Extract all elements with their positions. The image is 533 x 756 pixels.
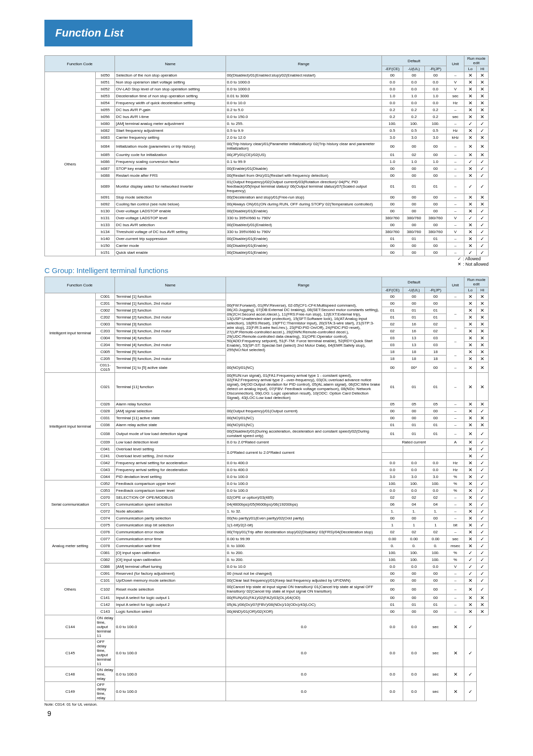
table-row: C101Up/Down memory mode selection00(Clea…	[45, 577, 489, 584]
table-row: C011-C015Terminal [1] to [5] active stat…	[45, 362, 489, 373]
table-row: C141Input A select for logic output 100(…	[45, 595, 489, 601]
table-row: b131Over-voltage LADSTOP level330 to 395…	[45, 215, 489, 222]
table-row: b084Initialization mode (parameters or t…	[45, 141, 489, 152]
table-row: C077Communication error time0.00 to 99.9…	[45, 536, 489, 543]
table-row: b091Stop mode selection00(Deceleration a…	[45, 194, 489, 201]
table-row: b085Country code for initialization00(JP…	[45, 152, 489, 159]
table-row: b140Over-current trip suppression00(Disa…	[45, 236, 489, 242]
table-row: C072Node allocation1. to 32.1.1.1.–✕✓	[45, 508, 489, 515]
table-row: b083Carrier frequency setting2.0 to 12.0…	[45, 134, 489, 141]
table-row: b088Restart mode after FRS00(Restart fro…	[45, 172, 489, 179]
table-row: C081[O] input span calibration0. to 200.…	[45, 550, 489, 557]
table-row: C082[OI] input span calibration0. to 200…	[45, 557, 489, 563]
table-row: C036Alarm relay active state00(NO)/01(NC…	[45, 422, 489, 429]
table-row: b150Carrier mode00(Disable)/01(Enable)00…	[45, 242, 489, 249]
footnote: Note: C014: 01 for UL version.	[44, 702, 489, 707]
table-row: C028[AM] signal selection00(Output frequ…	[45, 408, 489, 415]
h-lo: Lo	[464, 66, 476, 72]
table-row: b087STOP key enable00(Enable)/01(Disable…	[45, 165, 489, 172]
table-row: Serial communicationC052Feedback compari…	[45, 480, 489, 487]
table-row: C075Communication stop bit selection1(1-…	[45, 522, 489, 529]
page-number: 9	[47, 710, 489, 717]
table-row: Analog meter settingC076Communication er…	[45, 529, 489, 536]
table-row: C074Communication parity selection00(No …	[45, 515, 489, 522]
page-title: Function List	[44, 20, 192, 46]
table-row: C143Logic function select00(AND)/01(OR)/…	[45, 608, 489, 615]
table-row: b082Start frequency adjustment0.5 to 9.9…	[45, 127, 489, 134]
table-row: C148ON delay time, relay0.0 to 100.00.00…	[45, 667, 489, 682]
table-row: C039Low load detection level0.0 to 2.0*R…	[45, 439, 489, 446]
h-runmode: Run mode edit	[464, 56, 489, 66]
table-row: C044PID deviation level setting0.0 to 10…	[45, 474, 489, 480]
table-row: b092Cooling fan control (see note below)…	[45, 201, 489, 208]
table-row: Intelligent input terminalC021Terminal […	[45, 373, 489, 401]
h-hi: Hi	[476, 66, 488, 72]
table-row: b134Threshold voltage of DC bus AVR sett…	[45, 229, 489, 236]
table-row: b056DC bus AVR I-time0.0 to 150.00.20.20…	[45, 114, 489, 120]
h-d1: -EF(CE)	[381, 66, 403, 72]
table-row: C144ON delay time, output terminal 110.0…	[45, 615, 489, 639]
table-row: b133DC bus AVR selection00(Disabled)/01(…	[45, 222, 489, 229]
group-c-title: C Group: Intelligent terminal functions	[44, 266, 168, 275]
table-row: C041Overload level setting0.0*Rated curr…	[45, 446, 489, 453]
table-row: C091Reserved (for factory adjustment)00 …	[45, 570, 489, 577]
table-row: C070SELECTION OF OPE/MODBUS02(OPE or opt…	[45, 494, 489, 501]
table-row: b080[AM] terminal analog meter adjustmen…	[45, 120, 489, 127]
table-row: b051Non stop operarion start voltage set…	[45, 79, 489, 86]
table-row: b055DC bus AVR P-gain0.2 to 5.00.20.20.2…	[45, 107, 489, 114]
table-row: OthersC086[AM] terminal offset tuning0.0…	[45, 563, 489, 570]
table-row: C149OFF delay time, relay0.0 to 100.00.0…	[45, 682, 489, 701]
table-row: C038Output mode of low load detection si…	[45, 429, 489, 439]
table-row: C078Communication wait time0. to 1000.0.…	[45, 543, 489, 550]
h-d3: -R(JP)	[425, 66, 447, 72]
h-d2: -U(UL)	[403, 66, 425, 72]
h-unit: Unit	[446, 56, 464, 72]
legend: ✓ : Allowed ✕ : Not allowed	[457, 256, 489, 267]
table-row: C142Input A select for logic output 205(…	[45, 601, 489, 608]
table-row: C031Terminal [11] active state00(NO)/01(…	[45, 415, 489, 422]
table-row: b053Deceleration time of non stop operat…	[45, 93, 489, 100]
table-row: b052OV-LAD Stop level of non stop operat…	[45, 86, 489, 93]
table-b: Function Code Name Range Default Unit Ru…	[44, 55, 489, 256]
table-row: C145OFF delay time, output terminal 110.…	[45, 639, 489, 667]
table-row: Intelligent input terminalC001Terminal […	[45, 293, 489, 300]
table-row: C102Reset mode selection00(Cancel trip s…	[45, 584, 489, 595]
table-row: C071Communication speed selection04(4800…	[45, 501, 489, 508]
h-funccode: Function Code	[45, 56, 115, 72]
table-row: C042Frequency arrival setting for accele…	[45, 460, 489, 467]
table-row: b151Quick start enable00(Disable)/01(Ena…	[45, 249, 489, 256]
table-c: Function Code Name Range Default Unit Ru…	[44, 277, 489, 701]
h-range: Range	[226, 56, 381, 72]
table-row: C026Alarm relay function050505–✕✕	[45, 401, 489, 408]
table-row: Othersb050Selection of the non stop oper…	[45, 72, 489, 79]
table-row: C053Feedback comparison lower level0.0 t…	[45, 487, 489, 494]
h-default: Default	[381, 56, 446, 66]
table-row: C043Frequency arrival setting for decele…	[45, 467, 489, 474]
h-name: Name	[115, 56, 226, 72]
table-row: b130Over-voltage LADSTOP enable00(Disabl…	[45, 208, 489, 215]
table-row: b089Monitor display select for networked…	[45, 179, 489, 194]
table-row: b086Frequency scaling conversion factor0…	[45, 159, 489, 165]
table-row: b054Frequency width of quick deceleratio…	[45, 100, 489, 107]
